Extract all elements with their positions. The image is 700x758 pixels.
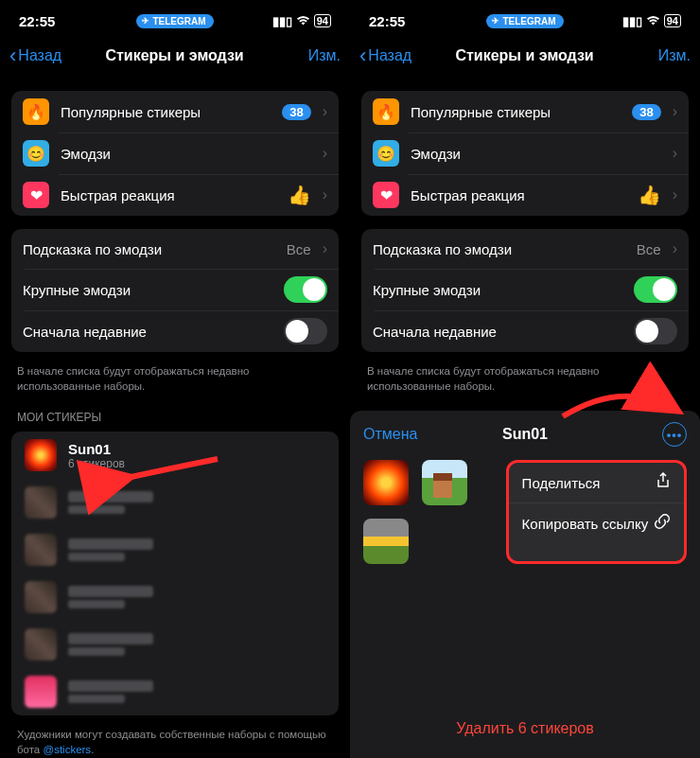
chevron-right-icon: › (323, 240, 327, 257)
artists-footer: Художники могут создавать собственные на… (0, 721, 350, 757)
sticker-grid (363, 460, 493, 564)
stickers-bot-link[interactable]: @stickers (43, 744, 91, 755)
status-bar: 22:55 ✈ TELEGRAM ▮▮▯ 94 (350, 0, 700, 38)
settings-footer: В начале списка будут отображаться недав… (350, 358, 700, 394)
status-time: 22:55 (19, 13, 95, 29)
wifi-icon (296, 14, 310, 28)
settings-footer: В начале списка будут отображаться недав… (0, 358, 350, 394)
fire-icon: 🔥 (373, 98, 399, 125)
menu-share[interactable]: Поделиться (509, 463, 684, 502)
sticker-set-blurred[interactable] (11, 573, 339, 621)
wifi-icon (646, 14, 660, 28)
chevron-right-icon: › (673, 186, 677, 203)
chevron-left-icon: ‹ (359, 49, 366, 62)
sticker-set-sun01[interactable]: Sun01 6 стикеров (11, 432, 339, 479)
row-quick-reaction[interactable]: ❤ Быстрая реакция 👍 › (361, 174, 689, 216)
nav-bar: ‹ Назад Стикеры и эмодзи Изм. (350, 38, 700, 78)
heart-icon: ❤ (23, 182, 49, 208)
sticker-house[interactable] (422, 460, 467, 505)
sticker-thumb-sun (25, 439, 57, 471)
chevron-right-icon: › (673, 145, 677, 162)
chevron-right-icon: › (323, 186, 327, 203)
right-screen: 22:55 ✈ TELEGRAM ▮▮▯ 94 ‹ Назад Стикеры … (350, 0, 700, 758)
chevron-left-icon: ‹ (9, 49, 16, 62)
chevron-right-icon: › (673, 240, 677, 257)
page-title: Стикеры и эмодзи (411, 47, 638, 64)
context-menu: Поделиться Копировать ссылку (506, 460, 687, 564)
thumbs-up-icon: 👍 (638, 184, 661, 206)
fire-icon: 🔥 (23, 98, 49, 125)
sticker-set-blurred[interactable] (11, 621, 339, 668)
edit-button[interactable]: Изм. (288, 47, 341, 64)
nav-bar: ‹ Назад Стикеры и эмодзи Изм. (0, 38, 350, 78)
status-time: 22:55 (369, 13, 445, 29)
more-button[interactable]: ••• (602, 422, 687, 447)
chevron-right-icon: › (323, 145, 327, 162)
sheet-title: Sun01 (448, 426, 602, 443)
battery-icon: 94 (314, 14, 331, 27)
status-right: ▮▮▯ 94 (605, 14, 681, 28)
share-icon (656, 472, 671, 493)
paper-plane-icon: ✈ (142, 16, 149, 26)
sticker-set-blurred[interactable] (11, 668, 339, 715)
sticker-sun[interactable] (363, 460, 409, 505)
back-button[interactable]: ‹ Назад (9, 47, 61, 64)
back-button[interactable]: ‹ Назад (359, 47, 411, 64)
group-main: 🔥 Популярные стикеры 38 › 😊 Эмодзи › ❤ Б… (11, 91, 339, 216)
row-suggest-emoji[interactable]: Подсказка по эмодзи Все › (11, 229, 339, 269)
row-trending-stickers[interactable]: 🔥 Популярные стикеры 38 › (11, 91, 339, 132)
trending-badge: 38 (632, 104, 660, 120)
edit-button[interactable]: Изм. (638, 47, 691, 64)
sticker-set-sheet: Отмена Sun01 ••• Поделиться Копи (350, 411, 700, 758)
heart-icon: ❤ (373, 182, 399, 208)
sticker-set-blurred[interactable] (11, 526, 339, 573)
menu-copy-link[interactable]: Копировать ссылку (509, 502, 684, 543)
smile-icon: 😊 (373, 140, 399, 167)
sheet-cancel-button[interactable]: Отмена (363, 426, 448, 443)
page-title: Стикеры и эмодзи (61, 47, 288, 64)
telegram-pill[interactable]: ✈ TELEGRAM (136, 14, 213, 28)
row-large-emoji[interactable]: Крупные эмодзи (11, 269, 339, 310)
left-screen: 22:55 ✈ TELEGRAM ▮▮▯ 94 ‹ Назад Стикеры … (0, 0, 350, 758)
paper-plane-icon: ✈ (492, 16, 499, 26)
toggle-large-emoji[interactable] (634, 276, 677, 303)
link-icon (654, 513, 671, 534)
status-bar: 22:55 ✈ TELEGRAM ▮▮▯ 94 (0, 0, 350, 38)
row-quick-reaction[interactable]: ❤ Быстрая реакция 👍 › (11, 174, 339, 216)
row-large-emoji[interactable]: Крупные эмодзи (361, 269, 689, 310)
thumbs-up-icon: 👍 (288, 184, 311, 206)
sticker-set-blurred[interactable] (11, 479, 339, 526)
group-my-stickers: Sun01 6 стикеров (11, 432, 339, 715)
toggle-recent-first[interactable] (284, 318, 327, 344)
toggle-recent-first[interactable] (634, 318, 677, 344)
chevron-right-icon: › (673, 103, 677, 120)
toggle-large-emoji[interactable] (284, 276, 327, 303)
telegram-pill[interactable]: ✈ TELEGRAM (486, 14, 563, 28)
row-suggest-emoji[interactable]: Подсказка по эмодзи Все › (361, 229, 689, 269)
delete-stickers-button[interactable]: Удалить 6 стикеров (456, 720, 594, 737)
battery-icon: 94 (664, 14, 681, 27)
signal-icon: ▮▮▯ (622, 14, 642, 28)
group-settings: Подсказка по эмодзи Все › Крупные эмодзи… (361, 229, 689, 352)
row-recent-first[interactable]: Сначала недавние (361, 310, 689, 352)
row-emoji[interactable]: 😊 Эмодзи › (361, 132, 689, 174)
trending-badge: 38 (282, 104, 310, 120)
signal-icon: ▮▮▯ (272, 14, 292, 28)
smile-icon: 😊 (23, 140, 49, 167)
chevron-right-icon: › (323, 103, 327, 120)
more-icon: ••• (662, 422, 687, 447)
group-main: 🔥 Популярные стикеры 38 › 😊 Эмодзи › ❤ Б… (361, 91, 689, 216)
row-trending-stickers[interactable]: 🔥 Популярные стикеры 38 › (361, 91, 689, 132)
row-emoji[interactable]: 😊 Эмодзи › (11, 132, 339, 174)
section-header-my-stickers: МОИ СТИКЕРЫ (0, 394, 350, 428)
sticker-cat-burger[interactable] (363, 519, 409, 564)
row-recent-first[interactable]: Сначала недавние (11, 310, 339, 352)
status-right: ▮▮▯ 94 (255, 14, 331, 28)
group-settings: Подсказка по эмодзи Все › Крупные эмодзи… (11, 229, 339, 352)
